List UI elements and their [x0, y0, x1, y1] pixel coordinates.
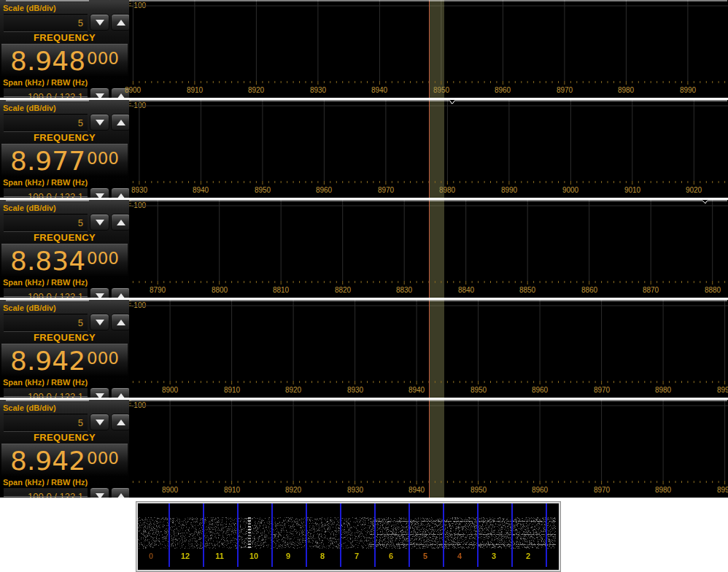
frequency-display[interactable]: 8.948000 [1, 44, 128, 77]
scale-input[interactable]: 5 [4, 314, 88, 332]
channel-divider-line [511, 503, 513, 567]
channel-number-label[interactable]: 12 [177, 549, 194, 563]
frequency-value-mhz: 8.942 [10, 346, 85, 376]
grid-lines [129, 100, 728, 181]
scale-down-button[interactable] [90, 314, 109, 331]
axis-ticks [129, 300, 725, 384]
channel-number-label[interactable]: 3 [485, 549, 503, 563]
channel-number-label[interactable]: 4 [451, 549, 468, 563]
channel-divider-line [546, 503, 547, 567]
arrow-down-icon [96, 293, 104, 298]
scale-down-button[interactable] [90, 14, 109, 31]
scale-input[interactable]: 5 [4, 214, 88, 232]
clipped-button-remnant [90, 400, 109, 402]
arrow-up-icon [117, 20, 125, 26]
channel-divider-line [340, 503, 341, 567]
channel-number-label[interactable]: 8 [314, 549, 331, 563]
channel-number-label[interactable]: 9 [279, 549, 297, 563]
spectrum-trace [129, 201, 727, 204]
arrow-up-icon [117, 393, 125, 398]
tuning-band [429, 200, 444, 298]
arrow-down-icon [96, 193, 104, 198]
frequency-display[interactable]: 8.942000 [1, 444, 128, 477]
scale-value: 5 [4, 314, 88, 328]
frequency-value-mhz: 8.977 [10, 146, 85, 176]
channel-number-label[interactable]: 6 [382, 549, 400, 563]
span-up-button[interactable] [111, 487, 131, 498]
channel-number-label[interactable]: 0 [142, 549, 160, 563]
channel-number-label[interactable]: 2 [519, 549, 537, 563]
input-bottom-edge [4, 96, 88, 97]
frequency-display[interactable]: 8.977000 [1, 144, 128, 177]
clipped-button-remnant [111, 200, 130, 202]
frequency-value-hz: 000 [87, 349, 119, 368]
span-down-button[interactable] [90, 487, 109, 498]
spectrum-plot[interactable]: -100-105-110-115-120-125-130890089108920… [129, 300, 728, 398]
receiver-sidebar: Scale (dB/div) 5 FREQUENCY 8.834000 Span… [0, 200, 129, 298]
scale-up-button[interactable] [111, 214, 131, 231]
channel-number-label[interactable]: 11 [211, 549, 228, 563]
clipped-button-remnant [111, 400, 130, 402]
grid-lines [129, 200, 728, 281]
frequency-title: FREQUENCY [0, 332, 129, 343]
spectrum-svg [129, 300, 728, 398]
frequency-title: FREQUENCY [0, 132, 129, 143]
span-up-button[interactable] [111, 387, 131, 398]
span-down-button[interactable] [90, 287, 109, 298]
span-down-button[interactable] [90, 88, 109, 98]
channel-divider-line [374, 503, 376, 567]
tuning-band [429, 300, 444, 398]
scale-input[interactable]: 5 [4, 414, 88, 432]
receiver-sidebar: Scale (dB/div) 5 FREQUENCY 8.948000 Span… [0, 0, 129, 98]
scale-down-button[interactable] [90, 214, 109, 231]
arrow-up-icon [117, 293, 125, 298]
scale-value: 5 [4, 15, 88, 28]
scale-label: Scale (dB/div) [3, 104, 56, 112]
channel-number-label[interactable]: 5 [417, 549, 434, 563]
channel-divider-line [237, 503, 239, 567]
waterfall-display[interactable]: 012111098765432 [136, 502, 560, 571]
scale-down-button[interactable] [90, 114, 109, 131]
receiver-panel: Scale (dB/div) 5 FREQUENCY 8.942000 Span… [0, 400, 728, 498]
spectrum-plot[interactable]: -100-105-110-115-120-125-130893089408950… [129, 100, 728, 198]
scale-down-button[interactable] [90, 414, 109, 430]
channel-divider-line [306, 503, 307, 567]
span-rbw-label: Span (kHz) / RBW (Hz) [3, 378, 88, 387]
channel-divider-line [271, 503, 273, 567]
span-up-button[interactable] [111, 287, 131, 298]
span-down-button[interactable] [90, 387, 109, 398]
channel-divider-line [477, 503, 479, 567]
channel-divider-line [203, 503, 204, 567]
frequency-value-hz: 000 [87, 49, 119, 68]
scale-up-button[interactable] [111, 314, 131, 331]
channel-number-label[interactable]: 10 [245, 549, 263, 563]
frequency-display[interactable]: 8.942000 [1, 344, 128, 377]
scale-label: Scale (dB/div) [3, 304, 56, 312]
scale-up-button[interactable] [111, 414, 131, 430]
channel-number-label[interactable]: 7 [348, 549, 365, 563]
spectrum-plot[interactable]: -100-105-110-115-120-125-130890089108920… [129, 400, 728, 498]
scale-label: Scale (dB/div) [3, 403, 56, 412]
scale-input[interactable]: 5 [4, 114, 88, 132]
input-bottom-edge [4, 296, 88, 297]
clipped-button-remnant [111, 0, 130, 2]
arrow-down-icon [96, 320, 104, 325]
clipped-input-remnant [6, 300, 89, 302]
grid-lines [129, 300, 728, 381]
receiver-sidebar: Scale (dB/div) 5 FREQUENCY 8.977000 Span… [0, 100, 129, 198]
clipped-input-remnant [6, 400, 89, 402]
arrow-up-icon [117, 420, 125, 425]
scale-up-button[interactable] [111, 14, 131, 31]
spectrum-plot[interactable]: -100-105-110-115-120-125-130890089108920… [129, 0, 728, 98]
scale-value: 5 [4, 414, 88, 428]
scale-input[interactable]: 5 [4, 14, 88, 32]
axis-ticks [129, 200, 725, 285]
span-down-button[interactable] [90, 188, 109, 198]
frequency-value-mhz: 8.948 [10, 46, 85, 76]
arrow-up-icon [117, 493, 125, 498]
clipped-button-remnant [111, 300, 130, 302]
clipped-button-remnant [90, 300, 109, 302]
spectrum-plot[interactable]: -100-105-110-115-120-125-130879088008810… [129, 200, 728, 298]
scale-up-button[interactable] [111, 114, 131, 131]
frequency-display[interactable]: 8.834000 [1, 244, 128, 277]
